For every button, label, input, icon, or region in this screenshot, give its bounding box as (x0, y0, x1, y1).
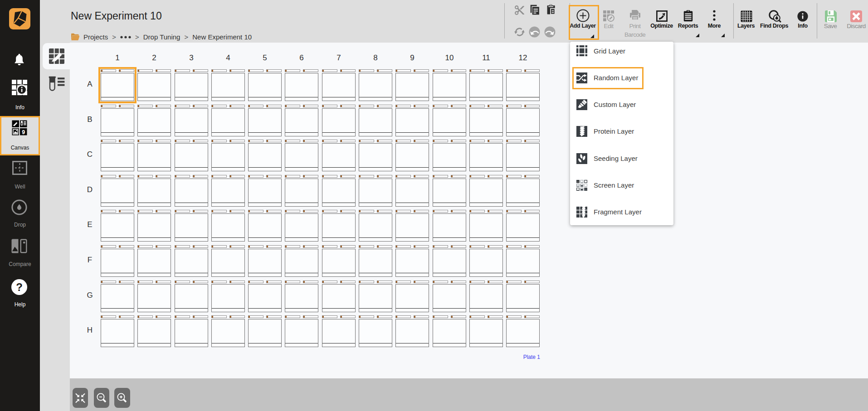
svg-text:?: ? (16, 281, 23, 293)
svg-text:9: 9 (22, 130, 25, 135)
